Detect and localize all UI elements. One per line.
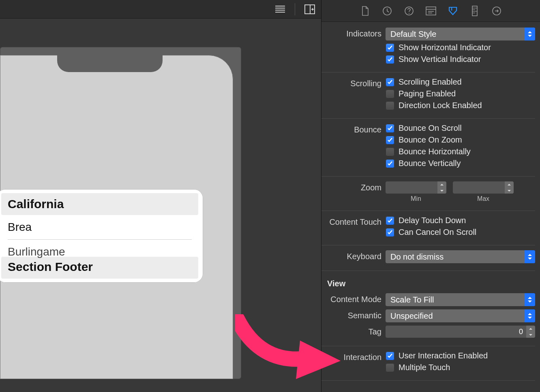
bounce-horizontally-checkbox[interactable] <box>386 147 394 156</box>
tag-stepper[interactable] <box>526 326 535 338</box>
bounce-on-zoom-checkbox[interactable] <box>386 136 394 145</box>
identity-inspector-tab[interactable] <box>424 4 437 17</box>
history-inspector-tab[interactable] <box>381 4 394 17</box>
canvas-area: California Brea Burlingame Section Foote… <box>0 0 321 392</box>
content-mode-select[interactable]: Scale To Fill <box>386 293 535 306</box>
zoom-min-stepper[interactable] <box>437 181 446 194</box>
zoom-label: Zoom <box>321 181 386 192</box>
delay-touch-down-checkbox[interactable] <box>386 216 394 225</box>
table-cell[interactable]: Burlingame <box>1 245 198 258</box>
scrolling-label: Scrolling <box>321 77 386 88</box>
add-panel-icon[interactable] <box>304 4 315 15</box>
tag-label: Tag <box>321 326 386 337</box>
content-mode-label: Content Mode <box>321 293 386 304</box>
scrolling-enabled-checkbox[interactable] <box>386 78 394 87</box>
interaction-label: Interaction <box>321 351 386 362</box>
help-inspector-tab[interactable] <box>403 4 416 17</box>
size-inspector-tab[interactable] <box>468 4 481 17</box>
user-interaction-enabled-checkbox[interactable] <box>386 352 394 360</box>
view-section-title: View <box>321 274 535 292</box>
zoom-min-field[interactable] <box>386 181 446 194</box>
connections-inspector-tab[interactable] <box>490 4 503 17</box>
svg-point-11 <box>409 13 409 14</box>
show-vertical-indicator-checkbox[interactable] <box>386 55 394 64</box>
semantic-select[interactable]: Unspecified <box>386 309 535 322</box>
table-view[interactable]: California Brea Burlingame Section Foote… <box>0 189 203 283</box>
bounce-vertically-checkbox[interactable] <box>386 159 394 168</box>
bounce-label: Bounce <box>321 124 386 134</box>
indicators-label: Indicators <box>321 28 386 38</box>
content-touch-label: Content Touch <box>321 216 386 227</box>
semantic-label: Semantic <box>321 309 386 320</box>
attributes-inspector-tab[interactable] <box>446 4 459 17</box>
table-cell[interactable]: Brea <box>1 215 198 239</box>
multiple-touch-checkbox[interactable] <box>386 363 394 372</box>
bounce-on-scroll-checkbox[interactable] <box>386 124 394 133</box>
svg-rect-17 <box>472 6 477 16</box>
tag-field[interactable] <box>386 326 535 338</box>
zoom-max-field[interactable] <box>453 181 514 194</box>
inspector-panel: Indicators Default Style Show Horizontal… <box>321 0 540 392</box>
canvas-toolbar <box>0 0 321 19</box>
keyboard-dismiss-select[interactable]: Do not dismiss <box>386 250 535 263</box>
keyboard-label: Keyboard <box>321 250 386 261</box>
device-notch <box>57 55 163 72</box>
can-cancel-on-scroll-checkbox[interactable] <box>386 228 394 237</box>
section-header[interactable]: California <box>1 193 198 215</box>
direction-lock-checkbox[interactable] <box>386 101 394 110</box>
device-frame: California Brea Burlingame Section Foote… <box>0 55 233 379</box>
paging-enabled-checkbox[interactable] <box>386 89 394 98</box>
svg-rect-12 <box>426 7 436 15</box>
section-footer[interactable]: Section Footer <box>1 257 198 279</box>
file-inspector-tab[interactable] <box>359 4 372 17</box>
indicator-style-select[interactable]: Default Style <box>386 28 535 40</box>
show-horizontal-indicator-checkbox[interactable] <box>386 43 394 52</box>
inspector-tabs <box>321 0 540 22</box>
zoom-max-stepper[interactable] <box>505 181 514 194</box>
layout-lines-icon[interactable] <box>274 4 286 15</box>
